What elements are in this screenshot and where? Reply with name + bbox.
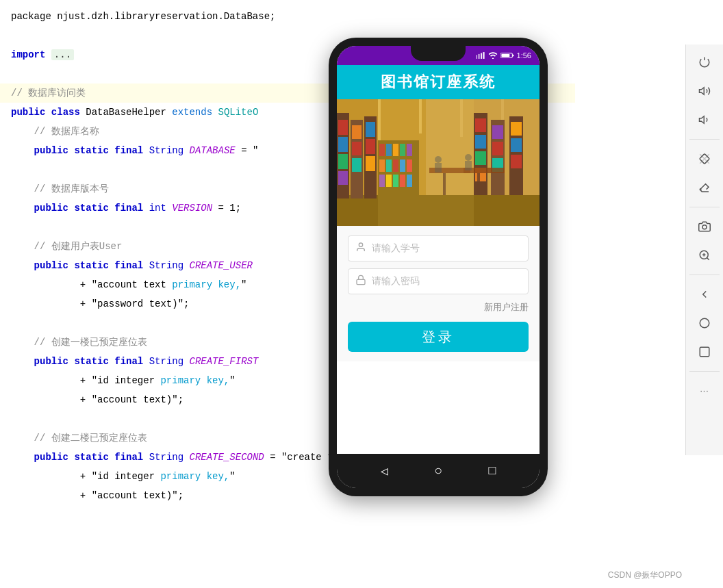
phone-screen: 1:56 图书馆订座系统 <box>337 46 540 488</box>
divider-4 <box>689 371 719 372</box>
zoom-button[interactable] <box>692 243 717 268</box>
status-icons: 1:56 <box>476 51 531 60</box>
svg-marker-0 <box>700 88 705 95</box>
svg-rect-58 <box>475 135 486 149</box>
svg-rect-16 <box>512 55 513 57</box>
password-placeholder: 请输入密码 <box>372 275 420 287</box>
svg-rect-61 <box>492 125 503 139</box>
svg-rect-9 <box>700 347 709 357</box>
register-link[interactable]: 新用户注册 <box>484 302 529 312</box>
svg-rect-12 <box>481 53 482 59</box>
divider-1 <box>689 139 719 140</box>
rotate-button[interactable] <box>692 146 717 171</box>
svg-rect-29 <box>338 154 348 169</box>
svg-point-76 <box>359 243 362 246</box>
svg-rect-27 <box>338 120 348 135</box>
svg-rect-33 <box>352 158 362 172</box>
svg-rect-28 <box>338 137 348 152</box>
svg-point-3 <box>702 225 707 229</box>
svg-rect-32 <box>352 142 362 155</box>
svg-rect-10 <box>476 55 477 59</box>
svg-rect-66 <box>511 155 522 168</box>
recent-nav-button[interactable] <box>692 340 717 364</box>
phone-notch <box>411 46 466 61</box>
camera-button[interactable] <box>692 214 717 239</box>
student-id-input-row[interactable]: 请输入学号 <box>348 235 529 261</box>
svg-rect-77 <box>357 279 365 284</box>
password-input-row[interactable]: 请输入密码 <box>348 268 529 294</box>
svg-rect-17 <box>501 54 509 57</box>
phone-mockup: 1:56 图书馆订座系统 <box>329 38 548 496</box>
svg-rect-35 <box>366 139 375 154</box>
lock-icon <box>355 274 366 288</box>
person-icon <box>355 242 366 255</box>
student-id-placeholder: 请输入学号 <box>372 242 420 255</box>
code-line-1: package njust.dzh.libraryreservation.Dat… <box>0 7 575 26</box>
svg-rect-36 <box>366 156 375 171</box>
svg-rect-31 <box>352 125 362 139</box>
svg-rect-34 <box>366 122 375 137</box>
clock-display: 1:56 <box>517 51 531 60</box>
svg-rect-30 <box>338 171 348 185</box>
svg-rect-75 <box>378 99 474 226</box>
home-nav-button[interactable] <box>692 311 717 335</box>
register-row: 新用户注册 <box>348 301 529 314</box>
app-title: 图书馆订座系统 <box>381 72 496 92</box>
svg-rect-57 <box>475 118 486 132</box>
app-header: 图书馆订座系统 <box>337 65 540 99</box>
svg-marker-1 <box>700 116 705 124</box>
library-image <box>337 99 540 226</box>
phone-bottom-nav: ◁ ○ □ <box>337 454 540 488</box>
svg-point-14 <box>492 58 493 60</box>
svg-rect-64 <box>511 122 522 136</box>
watermark: CSDN @振华OPPO <box>608 570 682 581</box>
back-nav-button[interactable] <box>692 282 717 307</box>
divider-2 <box>689 207 719 207</box>
svg-rect-11 <box>478 54 479 59</box>
home-button[interactable]: ○ <box>434 463 442 479</box>
back-button[interactable]: ◁ <box>381 463 388 478</box>
svg-line-5 <box>707 257 709 259</box>
divider-3 <box>689 274 719 275</box>
login-form: 请输入学号 请输入密码 新用户注册 登录 <box>337 226 540 361</box>
emulator-sidebar: ··· <box>685 44 723 455</box>
more-button[interactable]: ··· <box>692 379 717 403</box>
power-button[interactable] <box>692 50 717 75</box>
volume-down-button[interactable] <box>692 107 717 132</box>
eraser-button[interactable] <box>692 175 717 200</box>
svg-rect-59 <box>475 151 486 165</box>
volume-up-button[interactable] <box>692 79 717 103</box>
svg-rect-13 <box>483 52 484 59</box>
svg-rect-65 <box>511 138 522 152</box>
svg-rect-70 <box>477 173 480 195</box>
svg-rect-62 <box>492 142 503 155</box>
login-button[interactable]: 登录 <box>348 322 529 352</box>
recents-button[interactable]: □ <box>488 464 496 478</box>
svg-point-8 <box>700 318 709 328</box>
